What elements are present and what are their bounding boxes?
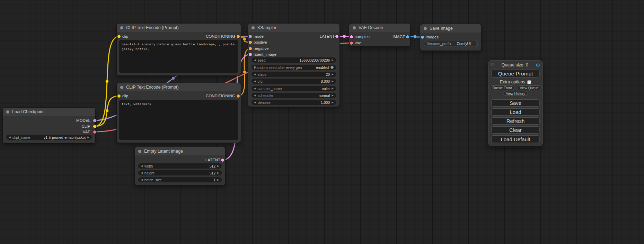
increment-arrow-icon[interactable]: ▶ (217, 165, 219, 168)
output-slot-latent[interactable] (221, 159, 224, 162)
decrement-arrow-icon[interactable]: ◀ (254, 94, 256, 97)
collapse-dot-icon[interactable] (252, 26, 255, 29)
decrement-arrow-icon[interactable]: ◀ (254, 87, 256, 90)
decrement-arrow-icon[interactable]: ◀ (254, 101, 256, 104)
toggle-knob-icon[interactable] (330, 66, 334, 69)
output-label-conditioning: CONDITIONING (206, 93, 235, 98)
output-slot-model[interactable] (93, 119, 96, 122)
output-slot-latent[interactable] (335, 35, 338, 38)
decrement-arrow-icon[interactable]: ◀ (141, 172, 143, 174)
extra-options-checkbox[interactable] (527, 80, 531, 84)
node-title-bar[interactable]: CLIP Text Encode (Prompt) (117, 24, 241, 32)
decrement-arrow-icon[interactable]: ◀ (141, 165, 143, 168)
node-save-image[interactable]: Save Image images filename_prefix ComfyU… (420, 24, 481, 51)
increment-arrow-icon[interactable]: ▶ (332, 101, 334, 104)
graph-canvas[interactable]: Load Checkpoint MODEL CLIP VAE ◀ ckpt_na… (0, 0, 644, 244)
cfg-widget[interactable]: ◀ cfg 8.000 ▶ (252, 79, 336, 84)
increment-arrow-icon[interactable]: ▶ (217, 172, 219, 174)
input-slot-images[interactable] (421, 36, 424, 39)
increment-arrow-icon[interactable]: ▶ (217, 179, 219, 181)
node-vae-decode[interactable]: VAE Decode samples IMAGE vae (349, 24, 410, 46)
widget-value: 512 (210, 164, 216, 168)
collapse-dot-icon[interactable] (353, 26, 356, 29)
collapse-dot-icon[interactable] (138, 150, 141, 153)
node-title-bar[interactable]: CLIP Text Encode (Prompt) (117, 83, 241, 91)
steps-widget[interactable]: ◀ steps 20 ▶ (252, 72, 336, 77)
extra-options-label: Extra options (500, 80, 525, 84)
settings-gear-icon[interactable]: ⚙ (536, 63, 540, 67)
input-label-model: model (254, 34, 264, 39)
sampler-name-widget[interactable]: ◀ sampler_name euler ▶ (252, 86, 336, 91)
decrement-arrow-icon[interactable]: ◀ (254, 73, 256, 76)
node-clip-text-encode-positive[interactable]: CLIP Text Encode (Prompt) clip CONDITION… (117, 24, 241, 75)
node-title-bar[interactable]: Load Checkpoint (3, 108, 95, 116)
increment-arrow-icon[interactable]: ▶ (332, 80, 334, 83)
widget-value: 1.000 (321, 100, 330, 105)
random-seed-toggle-widget[interactable]: Random seed after every gen enabled (252, 65, 336, 70)
input-slot-latent-image[interactable] (249, 53, 252, 56)
output-slot-conditioning[interactable] (237, 94, 240, 98)
seed-widget[interactable]: ◀ seed 156680208700286 ▶ (252, 57, 336, 63)
queue-prompt-button[interactable]: Queue Prompt (491, 70, 540, 78)
prompt-textarea[interactable]: beautiful scenery nature glass bottle la… (119, 40, 238, 73)
node-empty-latent-image[interactable]: Empty Latent Image LATENT ◀ width 512 ▶ … (135, 147, 225, 185)
output-slot-clip[interactable] (93, 125, 96, 128)
node-ksampler[interactable]: KSampler model positive negative latent_… (248, 24, 339, 107)
prompt-textarea[interactable]: text, watermark (119, 100, 238, 140)
collapse-dot-icon[interactable] (6, 110, 9, 114)
clear-button[interactable]: Clear (491, 126, 540, 134)
view-history-button[interactable]: View History (503, 91, 528, 96)
decrement-arrow-icon[interactable]: ◀ (9, 136, 11, 139)
input-slot-clip[interactable] (117, 35, 121, 38)
input-label-clip: clip (122, 34, 128, 39)
increment-arrow-icon[interactable]: ▶ (332, 59, 334, 62)
node-load-checkpoint[interactable]: Load Checkpoint MODEL CLIP VAE ◀ ckpt_na… (3, 108, 95, 143)
widget-label: cfg (258, 79, 263, 83)
output-slot-vae[interactable] (93, 130, 96, 134)
output-slot-conditioning[interactable] (237, 35, 240, 38)
node-clip-text-encode-negative[interactable]: CLIP Text Encode (Prompt) clip CONDITION… (117, 83, 241, 143)
input-slot-clip[interactable] (117, 94, 121, 98)
decrement-arrow-icon[interactable]: ◀ (254, 80, 256, 83)
input-slot-negative[interactable] (249, 47, 252, 50)
increment-arrow-icon[interactable]: ▶ (87, 136, 89, 139)
drag-handle-icon[interactable]: ⠿ (491, 63, 494, 67)
batch-size-widget[interactable]: ◀ batch_size 1 ▶ (138, 177, 222, 182)
widget-value: 512 (210, 171, 216, 175)
input-slot-model[interactable] (249, 35, 252, 38)
save-button[interactable]: Save (491, 99, 540, 107)
menu-header: ⠿ Queue size: 0 ⚙ (491, 62, 540, 68)
queue-menu-panel: ⠿ Queue size: 0 ⚙ Queue Prompt Extra opt… (488, 61, 542, 146)
queue-front-button[interactable]: Queue Front (489, 85, 514, 90)
increment-arrow-icon[interactable]: ▶ (332, 73, 334, 76)
decrement-arrow-icon[interactable]: ◀ (254, 59, 256, 62)
node-title-bar[interactable]: VAE Decode (349, 24, 410, 32)
denoise-widget[interactable]: ◀ denoise 1.000 ▶ (252, 100, 336, 105)
input-slot-positive[interactable] (249, 41, 252, 44)
input-slot-vae[interactable] (350, 42, 353, 45)
input-label-samples: samples (355, 34, 370, 39)
input-slot-samples[interactable] (350, 35, 353, 38)
filename-prefix-widget[interactable]: filename_prefix ComfyUI (424, 41, 478, 46)
node-title-bar[interactable]: KSampler (248, 24, 339, 32)
collapse-dot-icon[interactable] (120, 26, 123, 29)
collapse-dot-icon[interactable] (424, 27, 427, 30)
scheduler-widget[interactable]: ◀ scheduler normal ▶ (252, 93, 336, 98)
increment-arrow-icon[interactable]: ▶ (332, 94, 334, 97)
decrement-arrow-icon[interactable]: ◀ (141, 179, 143, 181)
view-queue-button[interactable]: View Queue (517, 85, 541, 90)
height-widget[interactable]: ◀ height 512 ▶ (138, 170, 222, 175)
output-slot-image[interactable] (406, 35, 409, 38)
width-widget[interactable]: ◀ width 512 ▶ (138, 163, 222, 169)
ckpt-name-widget[interactable]: ◀ ckpt_name v1-5-pruned-emaonly.ckpt ▶ (6, 135, 92, 140)
collapse-dot-icon[interactable] (120, 86, 123, 89)
load-default-button[interactable]: Load Default (491, 135, 540, 143)
queue-size-label: Queue size: 0 (494, 63, 536, 67)
load-button[interactable]: Load (491, 108, 540, 116)
increment-arrow-icon[interactable]: ▶ (332, 87, 334, 90)
link-dot-latent-samples (343, 35, 346, 38)
node-title: VAE Decode (359, 25, 383, 30)
node-title-bar[interactable]: Empty Latent Image (135, 147, 225, 155)
refresh-button[interactable]: Refresh (491, 117, 540, 125)
node-title-bar[interactable]: Save Image (420, 24, 481, 33)
